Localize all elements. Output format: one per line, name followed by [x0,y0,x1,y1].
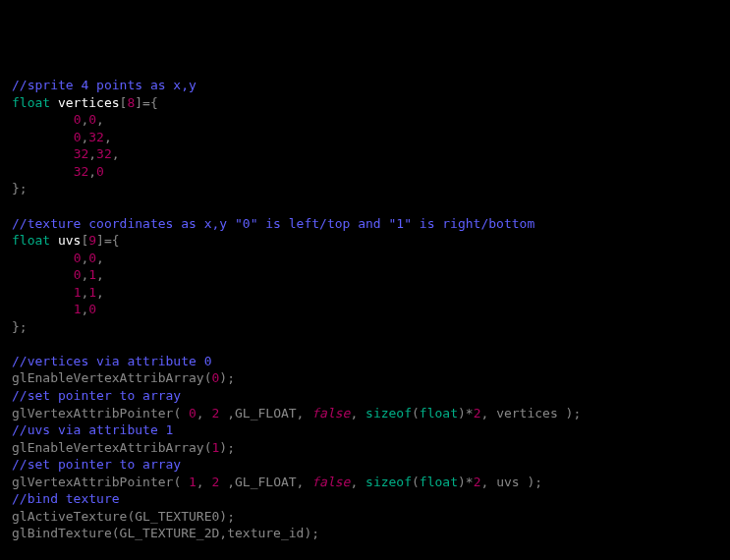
number: 1 [189,475,197,489]
keyword-float: float [420,406,458,420]
punctuation: ,GL_FLOAT, [219,475,311,489]
number: 0 [189,406,197,420]
punctuation: , [197,406,212,420]
number: 32 [88,130,104,144]
boolean: false [311,475,350,489]
punctuation: ]={ [135,95,157,110]
punctuation: , [96,267,104,282]
punctuation: , [350,475,365,489]
comment: //uvs via attribute 1 [12,422,173,437]
punctuation: , [96,251,104,265]
number: 32 [74,146,89,161]
keyword-sizeof: sizeof [365,406,412,420]
function-call: glVertexAttribPointer [12,475,173,489]
punctuation: , [88,164,96,179]
punctuation: , [104,130,112,144]
punctuation: }; [12,319,28,334]
punctuation: (GL_TEXTURE0); [127,509,235,524]
boolean: false [311,406,350,420]
identifier: uvs [58,233,81,248]
function-call: glBindTexture [12,526,112,540]
comment: //set pointer to array [12,388,181,403]
punctuation: ( [204,440,212,455]
punctuation: }; [12,181,28,196]
function-call: glVertexAttribPointer [12,406,173,420]
punctuation: , [96,285,104,300]
punctuation: , [88,146,96,161]
number: 32 [96,146,112,161]
number: 0 [88,112,96,127]
comment: //vertices via attribute 0 [12,354,212,368]
identifier: vertices [58,95,120,110]
punctuation: , [350,406,365,420]
code-editor[interactable]: //sprite 4 points as x,y float vertices[… [12,77,718,560]
number: 1 [88,285,96,300]
punctuation: ( [412,475,420,489]
punctuation: , vertices ); [480,406,581,420]
punctuation: ); [219,440,235,455]
comment: //bind texture [12,491,120,506]
number: 0 [88,251,96,265]
punctuation: , [112,146,120,161]
punctuation: , [197,475,212,489]
punctuation: , [96,112,104,127]
punctuation: (GL_TEXTURE_2D,texture_id); [112,526,319,540]
punctuation: ( [173,406,189,420]
comment: //sprite 4 points as x,y [12,78,197,92]
number: 0 [96,164,104,179]
keyword-float: float [12,233,50,248]
keyword-float: float [420,475,458,489]
function-call: glEnableVertexAttribArray [12,370,204,385]
number: 32 [74,164,89,179]
punctuation: )* [458,406,474,420]
punctuation: ]={ [96,233,119,248]
comment: //set pointer to array [12,457,181,472]
comment: //texture coordinates as x,y "0" is left… [12,216,534,231]
number: 9 [88,233,96,248]
keyword-sizeof: sizeof [365,475,412,489]
keyword-float: float [12,95,50,110]
function-call: glEnableVertexAttribArray [12,440,204,455]
punctuation: ( [204,370,212,385]
punctuation: ( [412,406,420,420]
punctuation: ( [173,475,189,489]
function-call: glActiveTexture [12,509,127,524]
number: 1 [88,267,96,282]
punctuation: )* [458,475,474,489]
punctuation: ,GL_FLOAT, [219,406,311,420]
punctuation: , uvs ); [480,475,542,489]
number: 0 [88,302,96,316]
punctuation: ); [219,370,235,385]
